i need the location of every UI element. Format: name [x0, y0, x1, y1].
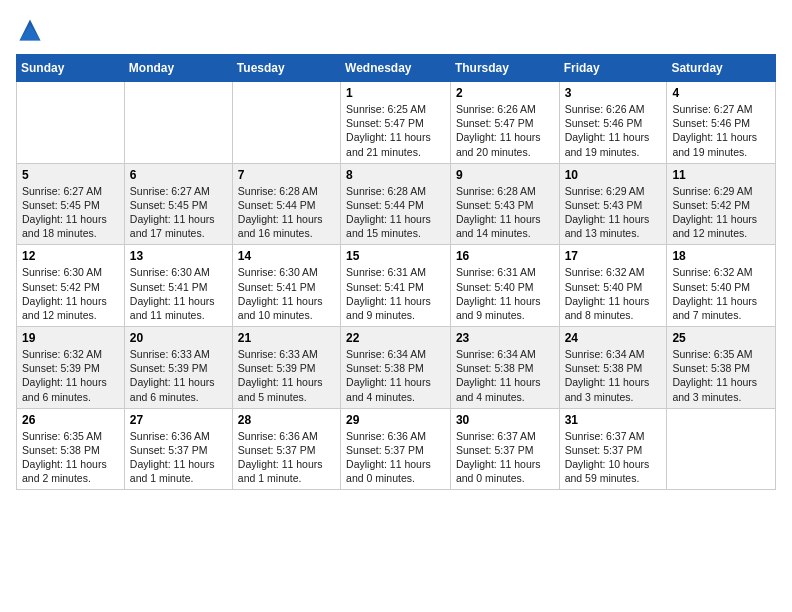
- calendar-cell: 23Sunrise: 6:34 AMSunset: 5:38 PMDayligh…: [450, 327, 559, 409]
- calendar-cell: 5Sunrise: 6:27 AMSunset: 5:45 PMDaylight…: [17, 163, 125, 245]
- calendar-cell: 10Sunrise: 6:29 AMSunset: 5:43 PMDayligh…: [559, 163, 667, 245]
- week-row-3: 12Sunrise: 6:30 AMSunset: 5:42 PMDayligh…: [17, 245, 776, 327]
- day-header-thursday: Thursday: [450, 55, 559, 82]
- day-info: Sunrise: 6:25 AMSunset: 5:47 PMDaylight:…: [346, 102, 445, 159]
- calendar-cell: 3Sunrise: 6:26 AMSunset: 5:46 PMDaylight…: [559, 82, 667, 164]
- day-number: 10: [565, 168, 662, 182]
- calendar-cell: 24Sunrise: 6:34 AMSunset: 5:38 PMDayligh…: [559, 327, 667, 409]
- day-info: Sunrise: 6:26 AMSunset: 5:46 PMDaylight:…: [565, 102, 662, 159]
- week-row-2: 5Sunrise: 6:27 AMSunset: 5:45 PMDaylight…: [17, 163, 776, 245]
- day-info: Sunrise: 6:34 AMSunset: 5:38 PMDaylight:…: [456, 347, 554, 404]
- day-header-friday: Friday: [559, 55, 667, 82]
- day-number: 14: [238, 249, 335, 263]
- day-number: 1: [346, 86, 445, 100]
- day-info: Sunrise: 6:30 AMSunset: 5:41 PMDaylight:…: [130, 265, 227, 322]
- day-number: 24: [565, 331, 662, 345]
- day-number: 12: [22, 249, 119, 263]
- week-row-1: 1Sunrise: 6:25 AMSunset: 5:47 PMDaylight…: [17, 82, 776, 164]
- calendar-cell: [232, 82, 340, 164]
- day-info: Sunrise: 6:37 AMSunset: 5:37 PMDaylight:…: [456, 429, 554, 486]
- day-info: Sunrise: 6:32 AMSunset: 5:40 PMDaylight:…: [672, 265, 770, 322]
- day-info: Sunrise: 6:36 AMSunset: 5:37 PMDaylight:…: [130, 429, 227, 486]
- calendar-cell: 25Sunrise: 6:35 AMSunset: 5:38 PMDayligh…: [667, 327, 776, 409]
- logo-icon: [16, 16, 44, 44]
- page-header: [16, 16, 776, 44]
- calendar-cell: 13Sunrise: 6:30 AMSunset: 5:41 PMDayligh…: [124, 245, 232, 327]
- day-info: Sunrise: 6:29 AMSunset: 5:42 PMDaylight:…: [672, 184, 770, 241]
- day-number: 22: [346, 331, 445, 345]
- calendar-cell: [17, 82, 125, 164]
- calendar-cell: 30Sunrise: 6:37 AMSunset: 5:37 PMDayligh…: [450, 408, 559, 490]
- day-info: Sunrise: 6:32 AMSunset: 5:40 PMDaylight:…: [565, 265, 662, 322]
- day-number: 7: [238, 168, 335, 182]
- day-number: 17: [565, 249, 662, 263]
- day-info: Sunrise: 6:36 AMSunset: 5:37 PMDaylight:…: [346, 429, 445, 486]
- day-number: 21: [238, 331, 335, 345]
- calendar-cell: 28Sunrise: 6:36 AMSunset: 5:37 PMDayligh…: [232, 408, 340, 490]
- svg-marker-1: [20, 25, 41, 41]
- day-number: 16: [456, 249, 554, 263]
- day-number: 19: [22, 331, 119, 345]
- day-number: 18: [672, 249, 770, 263]
- calendar-cell: 18Sunrise: 6:32 AMSunset: 5:40 PMDayligh…: [667, 245, 776, 327]
- day-number: 11: [672, 168, 770, 182]
- day-number: 25: [672, 331, 770, 345]
- day-number: 28: [238, 413, 335, 427]
- day-info: Sunrise: 6:33 AMSunset: 5:39 PMDaylight:…: [130, 347, 227, 404]
- day-number: 26: [22, 413, 119, 427]
- calendar-cell: 7Sunrise: 6:28 AMSunset: 5:44 PMDaylight…: [232, 163, 340, 245]
- calendar-cell: 21Sunrise: 6:33 AMSunset: 5:39 PMDayligh…: [232, 327, 340, 409]
- day-info: Sunrise: 6:34 AMSunset: 5:38 PMDaylight:…: [346, 347, 445, 404]
- day-header-row: SundayMondayTuesdayWednesdayThursdayFrid…: [17, 55, 776, 82]
- day-number: 31: [565, 413, 662, 427]
- day-number: 4: [672, 86, 770, 100]
- day-info: Sunrise: 6:30 AMSunset: 5:41 PMDaylight:…: [238, 265, 335, 322]
- week-row-5: 26Sunrise: 6:35 AMSunset: 5:38 PMDayligh…: [17, 408, 776, 490]
- calendar-cell: 9Sunrise: 6:28 AMSunset: 5:43 PMDaylight…: [450, 163, 559, 245]
- day-header-sunday: Sunday: [17, 55, 125, 82]
- calendar-cell: [124, 82, 232, 164]
- day-number: 8: [346, 168, 445, 182]
- day-info: Sunrise: 6:27 AMSunset: 5:45 PMDaylight:…: [22, 184, 119, 241]
- day-number: 5: [22, 168, 119, 182]
- day-info: Sunrise: 6:33 AMSunset: 5:39 PMDaylight:…: [238, 347, 335, 404]
- day-info: Sunrise: 6:34 AMSunset: 5:38 PMDaylight:…: [565, 347, 662, 404]
- calendar-cell: 29Sunrise: 6:36 AMSunset: 5:37 PMDayligh…: [341, 408, 451, 490]
- calendar-cell: 2Sunrise: 6:26 AMSunset: 5:47 PMDaylight…: [450, 82, 559, 164]
- calendar-cell: 16Sunrise: 6:31 AMSunset: 5:40 PMDayligh…: [450, 245, 559, 327]
- calendar-cell: 27Sunrise: 6:36 AMSunset: 5:37 PMDayligh…: [124, 408, 232, 490]
- day-info: Sunrise: 6:32 AMSunset: 5:39 PMDaylight:…: [22, 347, 119, 404]
- day-info: Sunrise: 6:28 AMSunset: 5:44 PMDaylight:…: [346, 184, 445, 241]
- day-number: 3: [565, 86, 662, 100]
- calendar-cell: [667, 408, 776, 490]
- calendar-cell: 14Sunrise: 6:30 AMSunset: 5:41 PMDayligh…: [232, 245, 340, 327]
- calendar-cell: 26Sunrise: 6:35 AMSunset: 5:38 PMDayligh…: [17, 408, 125, 490]
- logo: [16, 16, 48, 44]
- day-info: Sunrise: 6:35 AMSunset: 5:38 PMDaylight:…: [672, 347, 770, 404]
- day-header-monday: Monday: [124, 55, 232, 82]
- day-info: Sunrise: 6:28 AMSunset: 5:43 PMDaylight:…: [456, 184, 554, 241]
- day-number: 9: [456, 168, 554, 182]
- day-info: Sunrise: 6:29 AMSunset: 5:43 PMDaylight:…: [565, 184, 662, 241]
- calendar-cell: 4Sunrise: 6:27 AMSunset: 5:46 PMDaylight…: [667, 82, 776, 164]
- day-number: 29: [346, 413, 445, 427]
- week-row-4: 19Sunrise: 6:32 AMSunset: 5:39 PMDayligh…: [17, 327, 776, 409]
- calendar-table: SundayMondayTuesdayWednesdayThursdayFrid…: [16, 54, 776, 490]
- day-info: Sunrise: 6:26 AMSunset: 5:47 PMDaylight:…: [456, 102, 554, 159]
- day-number: 13: [130, 249, 227, 263]
- day-header-tuesday: Tuesday: [232, 55, 340, 82]
- day-info: Sunrise: 6:37 AMSunset: 5:37 PMDaylight:…: [565, 429, 662, 486]
- day-number: 20: [130, 331, 227, 345]
- calendar-cell: 19Sunrise: 6:32 AMSunset: 5:39 PMDayligh…: [17, 327, 125, 409]
- calendar-cell: 6Sunrise: 6:27 AMSunset: 5:45 PMDaylight…: [124, 163, 232, 245]
- day-number: 23: [456, 331, 554, 345]
- day-info: Sunrise: 6:31 AMSunset: 5:41 PMDaylight:…: [346, 265, 445, 322]
- calendar-cell: 22Sunrise: 6:34 AMSunset: 5:38 PMDayligh…: [341, 327, 451, 409]
- calendar-cell: 20Sunrise: 6:33 AMSunset: 5:39 PMDayligh…: [124, 327, 232, 409]
- day-info: Sunrise: 6:30 AMSunset: 5:42 PMDaylight:…: [22, 265, 119, 322]
- day-header-saturday: Saturday: [667, 55, 776, 82]
- day-info: Sunrise: 6:36 AMSunset: 5:37 PMDaylight:…: [238, 429, 335, 486]
- calendar-cell: 12Sunrise: 6:30 AMSunset: 5:42 PMDayligh…: [17, 245, 125, 327]
- day-number: 27: [130, 413, 227, 427]
- day-number: 30: [456, 413, 554, 427]
